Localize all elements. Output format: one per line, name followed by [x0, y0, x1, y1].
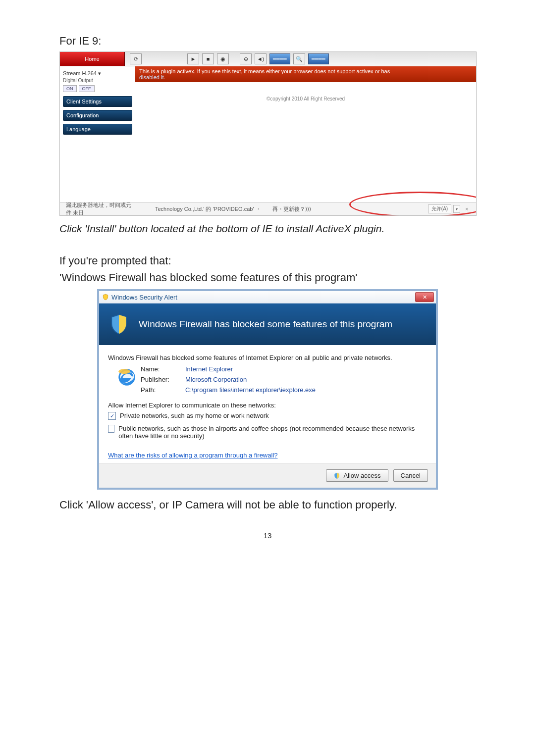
mag-icon[interactable]: 🔍: [293, 53, 305, 64]
ie-statusbar: 漏此服务器地址，时间或元件 未日 Technology Co.,Ltd.' 的 …: [60, 202, 476, 215]
speaker-icon[interactable]: ◄): [255, 53, 267, 64]
private-network-row: ✓ Private networks, such as my home or w…: [108, 412, 427, 420]
dialog-title: Windows Security Alert: [102, 294, 177, 301]
shield-mini-icon: [102, 294, 109, 301]
volume-slider[interactable]: ━━━━: [269, 53, 290, 64]
svg-point-1: [118, 369, 130, 374]
name-label: Name:: [141, 365, 185, 373]
public-network-row: ✓ Public networks, such as those in airp…: [108, 425, 427, 440]
ie-logo-icon: [117, 367, 137, 387]
dialog-header: Windows Firewall has blocked some featur…: [99, 303, 436, 345]
allow-install-button[interactable]: 允许(A): [428, 204, 451, 213]
dialog-titlebar: Windows Security Alert ✕: [99, 291, 436, 303]
copyright-text: ©copyright 2010 All Right Reserved: [267, 96, 345, 101]
install-caption: Click 'Install' button located at the bo…: [59, 223, 476, 235]
private-label: Private networks, such as my home or wor…: [120, 412, 269, 419]
ie-body: Stream H.264 ▾ Digital Output ON OFF Cli…: [60, 66, 476, 203]
slider-2[interactable]: ━━━━: [308, 53, 329, 64]
private-checkbox[interactable]: ✓: [108, 412, 116, 420]
ie-window-top: Home ⟳ ► ■ ◉ ⊖ ◄) ━━━━ 🔍 ━━━━: [60, 52, 476, 66]
status-jp-text: 再・更新後？⟩⟩⟩: [272, 206, 311, 212]
prompt-line-2: 'Windows Firewall has blocked some featu…: [59, 271, 476, 284]
allow-dropdown-icon[interactable]: ▾: [453, 205, 460, 213]
publisher-value: Microsoft Corporation: [185, 376, 316, 383]
risk-link[interactable]: What are the risks of allowing a program…: [108, 452, 278, 459]
ie-main: This is a plugin activex. If you see thi…: [135, 66, 476, 203]
status-center: Technology Co.,Ltd.' 的 'PROVIDEO.cab' ・ …: [135, 205, 428, 213]
publisher-label: Publisher:: [141, 376, 185, 383]
camera-icon[interactable]: ◉: [217, 53, 229, 64]
cancel-label: Cancel: [401, 472, 421, 479]
allow-access-button[interactable]: Allow access: [326, 469, 388, 482]
dialog-intro: Windows Firewall has blocked some featur…: [108, 354, 427, 361]
allow-access-label: Allow access: [343, 472, 380, 479]
stream-select[interactable]: Stream H.264 ▾: [63, 70, 132, 77]
status-right: 允许(A) ▾ ×: [428, 204, 476, 213]
networks-section: Allow Internet Explorer to communicate o…: [108, 402, 427, 459]
on-button[interactable]: ON: [63, 85, 77, 92]
firewall-dialog: Windows Security Alert ✕ Windows Firewal…: [99, 291, 436, 488]
dialog-footer: Allow access Cancel: [99, 463, 436, 488]
heading-for-ie9: For IE 9:: [59, 35, 476, 48]
dialog-close-button[interactable]: ✕: [415, 292, 434, 302]
reload-icon[interactable]: ⟳: [130, 53, 142, 64]
status-cab-text: Technology Co.,Ltd.' 的 'PROVIDEO.cab' ・: [155, 206, 261, 212]
ie-sidebar: Stream H.264 ▾ Digital Output ON OFF Cli…: [60, 66, 135, 203]
configuration-button[interactable]: Configuration: [63, 110, 132, 121]
program-info-grid: Name: Internet Explorer Publisher: Micro…: [141, 365, 316, 394]
digital-output-label: Digital Output: [63, 78, 132, 83]
ie-window: Home ⟳ ► ■ ◉ ⊖ ◄) ━━━━ 🔍 ━━━━ Stream H.2…: [59, 51, 477, 216]
ie-toolbar: ⟳ ► ■ ◉ ⊖ ◄) ━━━━ 🔍 ━━━━: [125, 52, 329, 66]
dialog-header-text: Windows Firewall has blocked some featur…: [139, 319, 392, 330]
shield-icon: [108, 313, 130, 335]
program-info: Name: Internet Explorer Publisher: Micro…: [108, 365, 427, 394]
cancel-button[interactable]: Cancel: [393, 469, 428, 482]
off-button[interactable]: OFF: [79, 85, 95, 92]
status-left-text: 漏此服务器地址，时间或元件 未日: [60, 202, 135, 216]
ie-home-tab[interactable]: Home: [60, 52, 125, 66]
closing-text: Click 'Allow access', or IP Camera will …: [59, 499, 476, 511]
name-value: Internet Explorer: [185, 365, 316, 373]
public-checkbox[interactable]: ✓: [108, 425, 114, 433]
play-icon[interactable]: ►: [187, 53, 199, 64]
shield-mini-icon: [333, 472, 340, 479]
prompt-line-1: If you're prompted that:: [59, 254, 476, 267]
close-statusbar-icon[interactable]: ×: [462, 206, 471, 212]
path-label: Path:: [141, 386, 185, 394]
banner-text-a: This is a plugin activex. If you see thi…: [139, 68, 390, 74]
client-settings-button[interactable]: Client Settings: [63, 96, 132, 107]
dialog-body: Windows Firewall has blocked some featur…: [99, 345, 436, 463]
path-value: C:\program files\internet explorer\iexpl…: [185, 386, 316, 394]
public-label: Public networks, such as those in airpor…: [118, 425, 427, 440]
allow-on-label: Allow Internet Explorer to communicate o…: [108, 402, 427, 409]
firewall-dialog-frame: Windows Security Alert ✕ Windows Firewal…: [97, 289, 438, 490]
banner-text-b: disabled it.: [139, 74, 165, 80]
stop-icon[interactable]: ■: [202, 53, 214, 64]
page-number: 13: [59, 531, 476, 540]
dialog-title-text: Windows Security Alert: [111, 294, 177, 301]
zoomout-icon[interactable]: ⊖: [240, 53, 252, 64]
digital-output-toggle[interactable]: ON OFF: [63, 85, 132, 92]
activex-warning-banner: This is a plugin activex. If you see thi…: [135, 66, 476, 82]
language-button[interactable]: Language: [63, 124, 132, 135]
